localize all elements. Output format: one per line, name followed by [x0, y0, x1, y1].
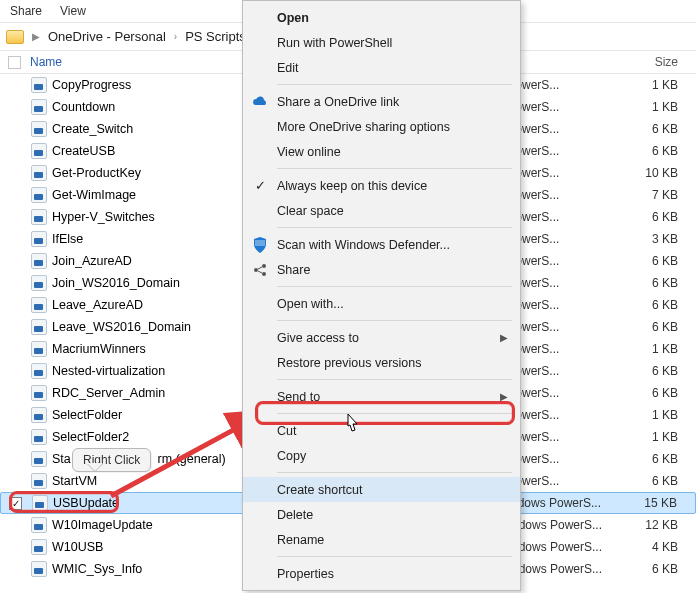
- folder-icon: [6, 30, 24, 44]
- ps1-file-icon: [30, 121, 48, 137]
- svg-rect-2: [255, 240, 265, 246]
- menu-cut[interactable]: Cut: [243, 418, 520, 443]
- ps1-file-icon: [30, 165, 48, 181]
- menu-edit[interactable]: Edit: [243, 55, 520, 80]
- ps1-file-icon: [30, 451, 48, 467]
- ps1-file-icon: [30, 253, 48, 269]
- ps1-file-icon: [30, 473, 48, 489]
- file-size: 6 KB: [618, 364, 688, 378]
- file-size: 4 KB: [618, 540, 688, 554]
- ps1-file-icon: [30, 77, 48, 93]
- menu-open-with[interactable]: Open with...: [243, 291, 520, 316]
- file-size: 7 KB: [618, 188, 688, 202]
- ps1-file-icon: [30, 561, 48, 577]
- file-size: 6 KB: [618, 386, 688, 400]
- file-size: 6 KB: [618, 254, 688, 268]
- menu-view-online[interactable]: View online: [243, 139, 520, 164]
- ps1-file-icon: [30, 341, 48, 357]
- menu-restore-previous[interactable]: Restore previous versions: [243, 350, 520, 375]
- row-checkbox[interactable]: ✓: [9, 497, 22, 510]
- menu-open[interactable]: Open: [243, 5, 520, 30]
- shield-icon: [251, 236, 269, 254]
- cloud-icon: [251, 93, 269, 111]
- menu-give-access[interactable]: Give access to▶: [243, 325, 520, 350]
- file-size: 1 KB: [618, 430, 688, 444]
- menu-delete[interactable]: Delete: [243, 502, 520, 527]
- context-menu: Open Run with PowerShell Edit Share a On…: [242, 0, 521, 591]
- menu-share[interactable]: Share: [243, 257, 520, 282]
- svg-point-4: [254, 268, 258, 272]
- tab-view[interactable]: View: [60, 4, 86, 18]
- file-size: 10 KB: [618, 166, 688, 180]
- ps1-file-icon: [30, 143, 48, 159]
- ps1-file-icon: [30, 187, 48, 203]
- chevron-right-icon: ▶: [500, 332, 508, 343]
- file-size: 6 KB: [618, 276, 688, 290]
- file-size: 6 KB: [618, 298, 688, 312]
- file-size: 1 KB: [618, 78, 688, 92]
- file-size: 15 KB: [617, 496, 687, 510]
- menu-run-powershell[interactable]: Run with PowerShell: [243, 30, 520, 55]
- file-size: 6 KB: [618, 452, 688, 466]
- menu-scan-defender[interactable]: Scan with Windows Defender...: [243, 232, 520, 257]
- breadcrumb-part[interactable]: OneDrive - Personal: [48, 29, 166, 44]
- column-size[interactable]: Size: [618, 55, 688, 69]
- select-all-checkbox[interactable]: [8, 56, 21, 69]
- file-size: 1 KB: [618, 100, 688, 114]
- file-size: 6 KB: [618, 144, 688, 158]
- annotation-tooltip: Right Click: [72, 448, 151, 472]
- menu-share-onedrive[interactable]: Share a OneDrive link: [243, 89, 520, 114]
- menu-send-to[interactable]: Send to▶: [243, 384, 520, 409]
- ps1-file-icon: [30, 231, 48, 247]
- menu-properties[interactable]: Properties: [243, 561, 520, 586]
- menu-rename[interactable]: Rename: [243, 527, 520, 552]
- ps1-file-icon: [30, 429, 48, 445]
- file-size: 3 KB: [618, 232, 688, 246]
- menu-copy[interactable]: Copy: [243, 443, 520, 468]
- ps1-file-icon: [30, 209, 48, 225]
- breadcrumb-part[interactable]: PS Scripts: [185, 29, 246, 44]
- file-size: 6 KB: [618, 122, 688, 136]
- file-size: 1 KB: [618, 408, 688, 422]
- menu-more-onedrive[interactable]: More OneDrive sharing options: [243, 114, 520, 139]
- file-size: 6 KB: [618, 562, 688, 576]
- file-size: 6 KB: [618, 320, 688, 334]
- menu-create-shortcut[interactable]: Create shortcut: [243, 477, 520, 502]
- file-size: 1 KB: [618, 342, 688, 356]
- ps1-file-icon: [30, 319, 48, 335]
- file-size: 6 KB: [618, 474, 688, 488]
- chevron-right-icon[interactable]: ▶: [30, 31, 42, 42]
- check-icon: ✓: [251, 177, 269, 195]
- ps1-file-icon: [30, 363, 48, 379]
- ps1-file-icon: [30, 407, 48, 423]
- ps1-file-icon: [30, 297, 48, 313]
- chevron-right-icon: ▶: [500, 391, 508, 402]
- tab-share[interactable]: Share: [10, 4, 42, 18]
- menu-always-keep[interactable]: ✓ Always keep on this device: [243, 173, 520, 198]
- svg-point-3: [262, 264, 266, 268]
- ps1-file-icon: [30, 385, 48, 401]
- ps1-file-icon: [31, 495, 49, 511]
- file-size: 12 KB: [618, 518, 688, 532]
- ps1-file-icon: [30, 517, 48, 533]
- file-size: 6 KB: [618, 210, 688, 224]
- chevron-right-icon[interactable]: ›: [172, 31, 179, 42]
- menu-clear-space[interactable]: Clear space: [243, 198, 520, 223]
- ps1-file-icon: [30, 539, 48, 555]
- share-icon: [251, 261, 269, 279]
- ps1-file-icon: [30, 275, 48, 291]
- ps1-file-icon: [30, 99, 48, 115]
- svg-point-5: [262, 272, 266, 276]
